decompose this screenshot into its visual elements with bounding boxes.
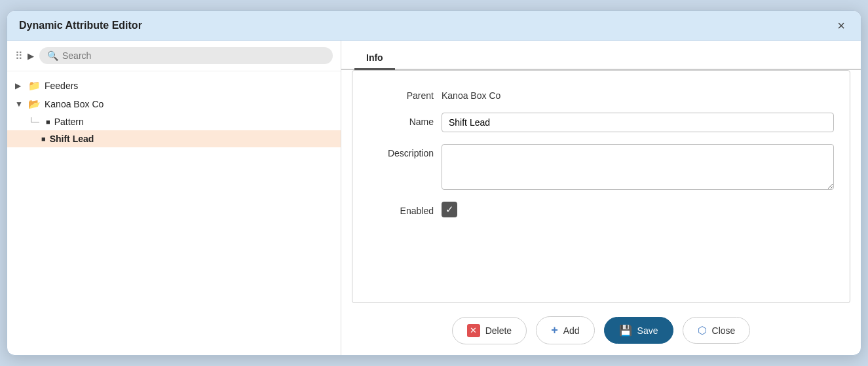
close-label: Close — [712, 325, 736, 336]
left-toolbar: ⠿ ▶ 🔍 — [7, 41, 341, 71]
tree-item-feeders[interactable]: ▶ 📁 Feeders — [7, 77, 341, 95]
tab-info[interactable]: Info — [354, 47, 395, 70]
save-button[interactable]: 💾 Save — [604, 317, 673, 344]
tree-item-shift-lead[interactable]: ■ Shift Lead — [7, 130, 341, 147]
form-area: Parent Kanoa Box Co Name Description Ena… — [352, 70, 850, 303]
add-button[interactable]: + Add — [536, 316, 594, 344]
form-row-name: Name — [368, 113, 834, 132]
save-label: Save — [637, 325, 658, 336]
description-label: Description — [368, 144, 434, 158]
pattern-square-icon: ■ — [46, 118, 50, 126]
dialog-body: ⠿ ▶ 🔍 ▶ 📁 Feeders ▼ 📂 Kanoa Bo — [7, 41, 861, 355]
dynamic-attribute-editor-dialog: Dynamic Attribute Editor × ⠿ ▶ 🔍 ▶ 📁 Fee… — [7, 10, 861, 356]
form-row-parent: Parent Kanoa Box Co — [368, 86, 834, 101]
enabled-checkbox[interactable]: ✓ — [442, 202, 457, 217]
enabled-label: Enabled — [368, 202, 434, 216]
shift-lead-square-icon: ■ — [41, 135, 46, 143]
enabled-checkbox-wrap: ✓ — [442, 202, 457, 217]
dialog-header: Dynamic Attribute Editor × — [7, 11, 861, 41]
tree-item-kanoa-box-co[interactable]: ▼ 📂 Kanoa Box Co — [7, 95, 341, 113]
add-label: Add — [563, 325, 580, 336]
left-panel: ⠿ ▶ 🔍 ▶ 📁 Feeders ▼ 📂 Kanoa Bo — [7, 41, 341, 355]
parent-label: Parent — [368, 86, 434, 101]
pattern-connector-icon: └─ — [28, 117, 39, 126]
dots-icon: ⠿ — [15, 50, 22, 62]
close-icon: ⬡ — [698, 324, 707, 337]
footer: ✕ Delete + Add 💾 Save ⬡ Close — [341, 308, 861, 355]
name-input[interactable] — [442, 113, 834, 132]
shift-lead-label: Shift Lead — [50, 134, 94, 144]
feeders-folder-icon: 📁 — [28, 80, 41, 92]
delete-label: Delete — [485, 325, 512, 336]
pattern-label: Pattern — [54, 117, 84, 127]
close-button[interactable]: ⬡ Close — [683, 317, 751, 344]
shift-lead-connector-icon — [28, 134, 35, 143]
tree-item-pattern[interactable]: └─ ■ Pattern — [7, 113, 341, 130]
search-box: 🔍 — [39, 47, 333, 64]
dialog-close-button[interactable]: × — [833, 18, 849, 33]
description-textarea[interactable] — [442, 144, 834, 190]
form-row-description: Description — [368, 144, 834, 190]
parent-value: Kanoa Box Co — [442, 86, 500, 101]
delete-icon: ✕ — [467, 324, 480, 337]
tree-area: ▶ 📁 Feeders ▼ 📂 Kanoa Box Co └─ ■ Patter… — [7, 71, 341, 355]
kanoa-arrow-icon: ▼ — [15, 100, 24, 109]
save-icon: 💾 — [619, 324, 632, 337]
search-input[interactable] — [62, 50, 325, 61]
add-icon: + — [551, 323, 558, 337]
kanoa-folder-icon: 📂 — [28, 98, 41, 110]
dialog-title: Dynamic Attribute Editor — [19, 20, 142, 31]
search-icon: 🔍 — [47, 50, 58, 61]
tabs: Info — [341, 47, 861, 70]
expand-arrow-icon[interactable]: ▶ — [28, 51, 34, 61]
kanoa-label: Kanoa Box Co — [45, 99, 104, 109]
feeders-label: Feeders — [45, 81, 78, 91]
form-row-enabled: Enabled ✓ — [368, 202, 834, 217]
right-panel: Info Parent Kanoa Box Co Name Descriptio… — [341, 41, 861, 355]
name-label: Name — [368, 113, 434, 127]
delete-button[interactable]: ✕ Delete — [452, 317, 527, 344]
feeders-arrow-icon: ▶ — [15, 81, 24, 90]
